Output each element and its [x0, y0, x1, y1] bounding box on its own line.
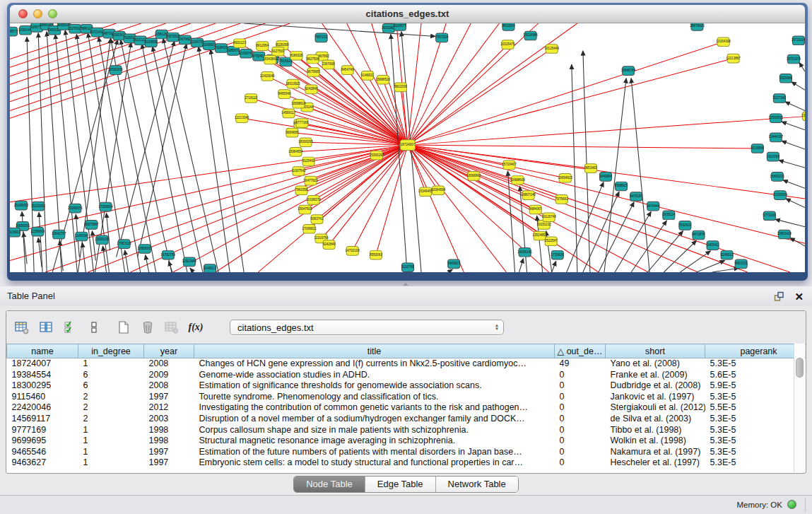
cell-short[interactable]: Yano et al. (2008)	[606, 358, 705, 370]
cell-pagerank[interactable]: 5.3E-5	[705, 414, 807, 425]
cell-pagerank[interactable]: 5.3E-5	[705, 447, 807, 458]
column-header-out_degree[interactable]: △ out_de…	[555, 344, 606, 358]
cell-short[interactable]: Tibbo et al. (1998)	[606, 425, 705, 436]
cell-year[interactable]: 2003	[144, 414, 194, 425]
cell-out_degree[interactable]: 0	[555, 447, 606, 458]
cell-pagerank[interactable]: 5.3E-5	[705, 392, 807, 403]
cell-in_degree[interactable]: 2	[78, 414, 144, 425]
column-header-short[interactable]: short	[606, 344, 705, 358]
cell-name[interactable]: 18724007	[7, 358, 78, 370]
cell-in_degree[interactable]: 1	[78, 358, 144, 370]
cell-title[interactable]: Structural magnetic resonance image aver…	[194, 436, 555, 447]
table-row[interactable]: 946362711997Embryonic stem cells: a mode…	[7, 457, 807, 469]
panel-splitter[interactable]	[0, 281, 812, 286]
cell-title[interactable]: Genome-wide association studies in ADHD.	[194, 370, 555, 381]
cell-name[interactable]: 14569117	[7, 414, 78, 425]
cell-short[interactable]: Dudbridge et al. (2008)	[606, 380, 705, 392]
float-panel-icon[interactable]	[772, 289, 786, 303]
function-builder-icon[interactable]: f(x)	[189, 320, 203, 334]
cell-in_degree[interactable]: 6	[78, 370, 144, 381]
cell-title[interactable]: Tourette syndrome. Phenomenology and cla…	[194, 392, 555, 403]
table-row[interactable]: 1872400712008Changes of HCN gene express…	[7, 358, 807, 370]
table-row[interactable]: 1938455462009Genome-wide association stu…	[7, 370, 807, 381]
cell-name[interactable]: 9463627	[7, 457, 78, 469]
cell-out_degree[interactable]: 0	[555, 370, 606, 381]
cell-year[interactable]: 2008	[144, 358, 194, 370]
cell-title[interactable]: Estimation of the future numbers of pati…	[194, 447, 555, 458]
cell-pagerank[interactable]: 5.6E-5	[705, 370, 807, 381]
cell-year[interactable]: 1998	[144, 425, 194, 436]
cell-year[interactable]: 2012	[144, 402, 194, 414]
table-row[interactable]: 977716911998Corpus callosum shape and si…	[7, 425, 807, 436]
cell-short[interactable]: Hescheler et al. (1997)	[606, 457, 705, 469]
column-header-name[interactable]: name	[7, 344, 78, 358]
new-column-icon[interactable]	[117, 320, 131, 334]
table-selector[interactable]: citations_edges.txt ▲▼	[230, 320, 504, 335]
column-header-pagerank[interactable]: pagerank	[705, 344, 807, 358]
cell-pagerank[interactable]: 5.3E-5	[705, 358, 807, 370]
cell-in_degree[interactable]: 1	[78, 447, 144, 458]
column-header-in_degree[interactable]: in_degree	[78, 344, 144, 358]
table-options-icon[interactable]	[15, 320, 29, 334]
network-canvas[interactable]: 8038573103914689155730206914061065338716…	[10, 23, 805, 272]
splitter-handle-icon[interactable]	[403, 283, 408, 286]
cell-pagerank[interactable]: 5.5E-5	[705, 402, 807, 414]
cell-out_degree[interactable]: 0	[555, 402, 606, 414]
cell-pagerank[interactable]: 5.3E-5	[705, 425, 807, 436]
cell-out_degree[interactable]: 0	[555, 380, 606, 392]
cell-out_degree[interactable]: 0	[555, 392, 606, 403]
show-columns-icon[interactable]	[39, 320, 53, 334]
cell-in_degree[interactable]: 2	[78, 402, 144, 414]
rows-icon[interactable]	[87, 320, 101, 334]
network-graph-svg[interactable]: 8038573103914689155730206914061065338716…	[10, 23, 805, 272]
table-row[interactable]: 946554611997Estimation of the future num…	[7, 447, 807, 458]
cell-name[interactable]: 22420046	[7, 402, 78, 414]
close-window-button[interactable]	[18, 9, 28, 18]
cell-title[interactable]: Corpus callosum shape and size in male p…	[194, 425, 555, 436]
delete-column-icon[interactable]	[141, 320, 155, 334]
cell-title[interactable]: Estimation of significance thresholds fo…	[194, 380, 555, 392]
cell-pagerank[interactable]: 5.9E-5	[705, 380, 807, 392]
cell-short[interactable]: de Silva et al. (2003)	[606, 414, 705, 425]
cell-out_degree[interactable]: 0	[555, 457, 606, 469]
table-row[interactable]: 1830029562008Estimation of significance …	[7, 380, 807, 392]
table-row[interactable]: 911546021997Tourette syndrome. Phenomeno…	[7, 392, 807, 403]
cell-in_degree[interactable]: 2	[78, 392, 144, 403]
minimize-window-button[interactable]	[33, 9, 42, 18]
maximize-window-button[interactable]	[48, 9, 57, 18]
cell-name[interactable]: 18300295	[7, 380, 78, 392]
cell-name[interactable]: 19384554	[7, 370, 78, 381]
table-row[interactable]: 2242004622012Investigating the contribut…	[7, 402, 807, 414]
column-header-year[interactable]: year	[144, 344, 194, 358]
cell-short[interactable]: Jankovic et al. (1997)	[606, 392, 705, 403]
tab-edge-table[interactable]: Edge Table	[365, 477, 435, 492]
cell-short[interactable]: Wolkin et al. (1998)	[606, 436, 705, 447]
cell-year[interactable]: 2008	[144, 380, 194, 392]
cell-year[interactable]: 1997	[144, 447, 194, 458]
tab-network-table[interactable]: Network Table	[435, 477, 518, 492]
network-window-titlebar[interactable]: citations_edges.txt	[10, 5, 805, 23]
cell-in_degree[interactable]: 1	[78, 425, 144, 436]
close-panel-icon[interactable]: ✕	[794, 291, 804, 302]
cell-out_degree[interactable]: 0	[555, 425, 606, 436]
cell-in_degree[interactable]: 1	[78, 457, 144, 469]
cell-out_degree[interactable]: 0	[555, 436, 606, 447]
cell-title[interactable]: Changes of HCN gene expression and I(f) …	[194, 358, 555, 370]
cell-in_degree[interactable]: 6	[78, 380, 144, 392]
cell-short[interactable]: Franke et al. (2009)	[606, 370, 705, 381]
cell-title[interactable]: Investigating the contribution of common…	[194, 402, 555, 414]
table-scrollbar-thumb[interactable]	[796, 358, 804, 378]
cell-out_degree[interactable]: 49	[555, 358, 606, 370]
cell-name[interactable]: 9777169	[7, 425, 78, 436]
table-row[interactable]: 1456911722003Disruption of a novel membe…	[7, 414, 807, 425]
cell-year[interactable]: 2009	[144, 370, 194, 381]
table-scrollbar[interactable]	[794, 344, 805, 472]
cell-in_degree[interactable]: 1	[78, 436, 144, 447]
cell-name[interactable]: 9699695	[7, 436, 78, 447]
cell-title[interactable]: Disruption of a novel member of a sodium…	[194, 414, 555, 425]
cell-name[interactable]: 9465546	[7, 447, 78, 458]
cell-short[interactable]: Stergiakouli et al. (2012)	[606, 402, 705, 414]
cell-title[interactable]: Embryonic stem cells: a model to study s…	[194, 457, 555, 469]
cell-year[interactable]: 1997	[144, 392, 194, 403]
cell-year[interactable]: 1997	[144, 457, 194, 469]
